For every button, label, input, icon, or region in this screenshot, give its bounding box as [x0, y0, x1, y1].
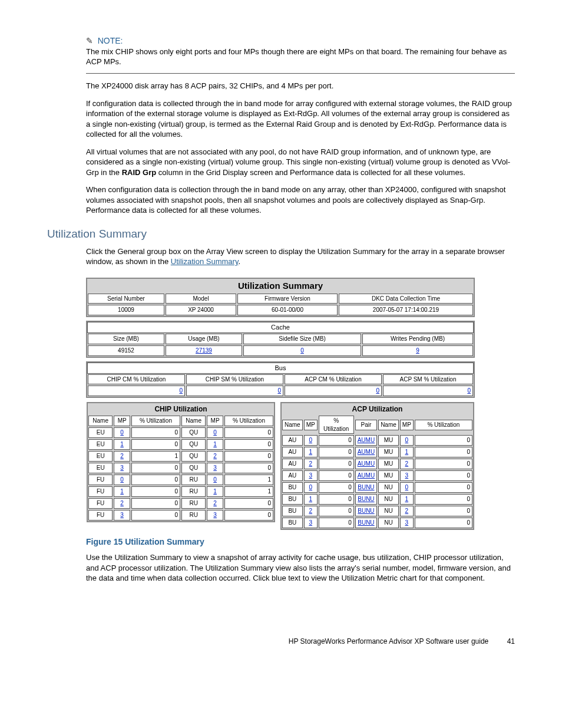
acp-name: NU	[378, 506, 399, 516]
acp-pair-link[interactable]: BUNU	[358, 484, 374, 490]
chip-name: FU	[88, 510, 113, 521]
acp-row: AU10AUMUMU10	[282, 446, 473, 458]
acp-pair-link[interactable]: BUNU	[358, 496, 374, 502]
acp-name: MU	[378, 459, 399, 469]
chip-name: EU	[88, 427, 113, 438]
chip-row: FU20RU20	[88, 498, 274, 509]
acp-mp-link[interactable]: 2	[405, 508, 409, 514]
acp-util: 0	[319, 459, 354, 469]
acp-utilization-table: ACP Utilization Name MP % Utilization Pa…	[280, 402, 474, 530]
chip-mp-link[interactable]: 1	[213, 441, 217, 447]
acp-hdr-util-l: % Utilization	[319, 416, 354, 434]
acp-util: 0	[319, 435, 354, 446]
chip-util: 0	[224, 498, 273, 509]
cache-val-usage-link[interactable]: 27139	[196, 347, 212, 354]
paragraph-1: The XP24000 disk array has 8 ACP pairs, …	[86, 81, 515, 91]
cache-val-writes-link[interactable]: 9	[416, 347, 419, 354]
bus-val-3-link[interactable]: 0	[467, 387, 471, 394]
acp-mp-link[interactable]: 1	[405, 496, 409, 502]
chip-row: FU30RU30	[88, 509, 274, 521]
acp-hdr-pair: Pair	[355, 420, 377, 430]
chip-name: RU	[181, 486, 206, 497]
utilization-summary-link[interactable]: Utilization Summary	[171, 257, 239, 266]
acp-util: 0	[319, 506, 354, 516]
acp-name: AU	[282, 435, 303, 446]
chip-name: QU	[181, 439, 206, 450]
acp-mp-link[interactable]: 2	[309, 508, 312, 514]
acp-mp-link[interactable]: 2	[405, 460, 409, 467]
acp-mp-link[interactable]: 3	[309, 519, 312, 526]
bus-val-1-link[interactable]: 0	[277, 387, 281, 394]
bus-title: Bus	[87, 363, 474, 374]
chip-name: RU	[181, 475, 206, 485]
chip-mp-link[interactable]: 3	[213, 465, 217, 471]
chip-mp-link[interactable]: 2	[213, 500, 217, 506]
acp-row: AU30AUMUMU30	[282, 470, 473, 482]
bus-val-2-link[interactable]: 0	[376, 387, 379, 394]
chip-mp-link[interactable]: 0	[120, 476, 124, 483]
chip-mp-link[interactable]: 2	[120, 500, 124, 506]
acp-mp-link[interactable]: 0	[405, 437, 409, 443]
acp-pair-link[interactable]: AUMU	[358, 437, 375, 443]
chip-mp-link[interactable]: 3	[213, 512, 217, 518]
acp-mp-link[interactable]: 0	[309, 484, 312, 490]
acp-util: 0	[415, 518, 472, 528]
summary-top-box: Utilization Summary Serial Number Model …	[86, 278, 475, 318]
bus-val-0-link[interactable]: 0	[179, 387, 183, 394]
chip-mp-link[interactable]: 0	[213, 429, 217, 436]
acp-mp-link[interactable]: 1	[309, 496, 312, 502]
acp-mp-link[interactable]: 2	[309, 460, 312, 467]
chip-mp-link[interactable]: 1	[213, 488, 217, 495]
acp-pair-link[interactable]: BUNU	[358, 508, 374, 514]
chip-mp-link[interactable]: 0	[213, 476, 217, 483]
cache-val-sidefile-link[interactable]: 0	[300, 347, 304, 354]
acp-mp-link[interactable]: 1	[309, 449, 312, 455]
chip-name: QU	[181, 463, 206, 473]
chip-row: FU10RU11	[88, 486, 274, 498]
chip-mp-link[interactable]: 1	[120, 441, 124, 447]
acp-util: 0	[415, 470, 472, 481]
chip-util: 1	[131, 451, 180, 462]
hdr-model: Model	[166, 294, 236, 304]
chip-name: EU	[88, 439, 113, 450]
chip-util: 0	[131, 486, 180, 497]
acp-mp-link[interactable]: 0	[309, 437, 312, 443]
chip-util: 0	[224, 439, 273, 450]
chip-row: FU00RU01	[88, 474, 274, 486]
acp-mp-link[interactable]: 3	[405, 519, 409, 526]
acp-name: MU	[378, 435, 399, 446]
chip-mp-link[interactable]: 0	[120, 429, 124, 436]
acp-util: 0	[415, 482, 472, 493]
acp-pair-link[interactable]: BUNU	[358, 519, 374, 526]
para3-b: column in the Grid Display screen and Pe…	[156, 168, 465, 177]
chip-util: 0	[224, 510, 273, 521]
chip-mp-link[interactable]: 2	[120, 453, 124, 459]
acp-pair-link[interactable]: AUMU	[358, 472, 375, 479]
chip-util: 1	[224, 475, 273, 485]
chip-mp-link[interactable]: 3	[120, 512, 124, 518]
page-number: 41	[507, 637, 515, 645]
acp-pair-link[interactable]: AUMU	[358, 460, 375, 467]
acp-name: BU	[282, 482, 303, 493]
para5-b: .	[238, 257, 240, 266]
chip-name: FU	[88, 498, 113, 509]
acp-hdr-mp-l: MP	[304, 420, 318, 430]
chip-mp-link[interactable]: 1	[120, 488, 124, 495]
acp-util: 0	[319, 482, 354, 493]
acp-pair-link[interactable]: AUMU	[358, 449, 375, 455]
para5-a: Click the General group box on the Array…	[86, 247, 505, 266]
acp-name: MU	[378, 470, 399, 481]
cache-val-size: 49152	[88, 345, 164, 356]
chip-name: FU	[88, 486, 113, 497]
chip-util: 0	[131, 475, 180, 485]
val-serial: 10009	[88, 305, 164, 315]
chip-util: 0	[224, 463, 273, 473]
acp-mp-link[interactable]: 0	[405, 484, 409, 490]
bus-box: Bus CHIP CM % Utilization CHIP SM % Util…	[86, 361, 475, 398]
acp-mp-link[interactable]: 1	[405, 449, 409, 455]
chip-mp-link[interactable]: 2	[213, 453, 217, 459]
acp-mp-link[interactable]: 3	[309, 472, 312, 479]
chip-hdr-mp-r: MP	[207, 416, 223, 426]
acp-mp-link[interactable]: 3	[405, 472, 409, 479]
chip-mp-link[interactable]: 3	[120, 465, 124, 471]
